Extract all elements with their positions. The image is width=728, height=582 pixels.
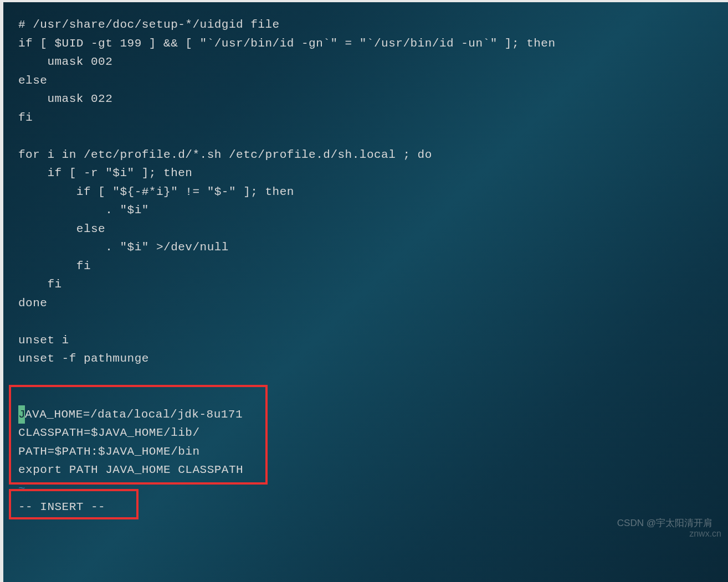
code-line: else (18, 74, 47, 87)
code-line: fi (18, 278, 62, 291)
code-line: if [ -r "$i" ]; then (18, 167, 192, 179)
code-line: umask 002 (18, 55, 112, 68)
window-top-edge (0, 0, 728, 2)
code-line: # /usr/share/doc/setup-*/uidgid file (18, 18, 280, 31)
code-line: fi (18, 111, 33, 124)
code-line: fi (18, 260, 91, 272)
vim-mode-indicator: -- INSERT -- (18, 501, 105, 513)
code-line: for i in /etc/profile.d/*.sh /etc/profil… (18, 148, 432, 161)
code-line: done (18, 297, 47, 310)
code-line: CLASSPATH=$JAVA_HOME/lib/ (18, 426, 200, 439)
code-line: else (18, 223, 105, 235)
code-line: umask 022 (18, 92, 112, 105)
code-line-with-cursor: JAVA_HOME=/data/local/jdk-8u171 (18, 408, 243, 421)
code-line: if [ "${-#*i}" != "$-" ]; then (18, 186, 294, 198)
vim-tilde-line: ~ (18, 482, 25, 495)
code-line: PATH=$PATH:$JAVA_HOME/bin (18, 445, 200, 458)
watermark-text: CSDN @宇太阳清开肩 (617, 517, 712, 529)
code-text: AVA_HOME=/data/local/jdk-8u171 (25, 408, 243, 421)
code-line: unset i (18, 334, 69, 347)
terminal-editor-content[interactable]: # /usr/share/doc/setup-*/uidgid file if … (18, 16, 728, 517)
window-left-edge (0, 0, 3, 582)
code-line: export PATH JAVA_HOME CLASSPATH (18, 463, 243, 476)
watermark-url: znwx.cn (689, 529, 721, 539)
cursor: J (18, 405, 25, 424)
code-line: . "$i" >/dev/null (18, 241, 229, 254)
code-line: . "$i" (18, 204, 149, 217)
code-line: if [ $UID -gt 199 ] && [ "`/usr/bin/id -… (18, 37, 556, 50)
code-line: unset -f pathmunge (18, 352, 149, 365)
